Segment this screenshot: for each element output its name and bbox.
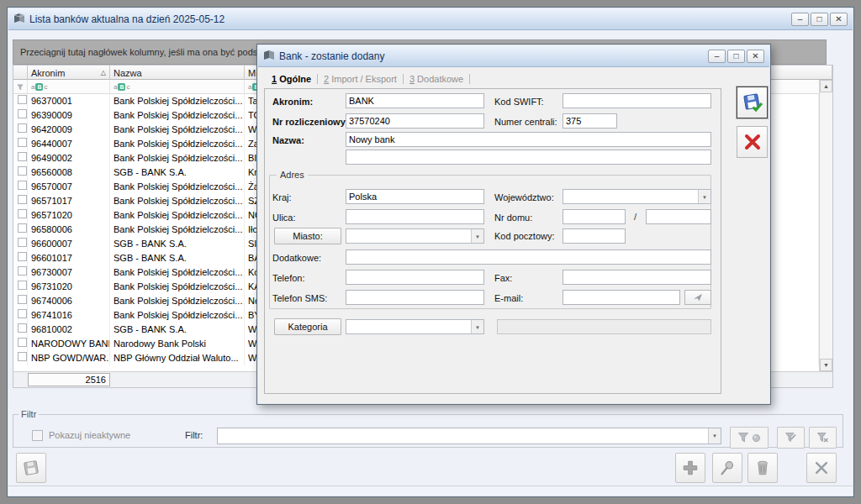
maximize-button[interactable]: □ — [811, 13, 828, 26]
cell-nazwa: SGB - BANK S.A. — [110, 323, 245, 337]
row-checkbox[interactable] — [18, 323, 27, 333]
delete-button[interactable] — [747, 453, 778, 483]
kod-pocztowy-input[interactable] — [563, 228, 626, 244]
row-checkbox[interactable] — [18, 295, 27, 304]
tab-dodatkowe[interactable]: 3 Dodatkowe — [404, 74, 470, 84]
row-checkbox[interactable] — [18, 181, 27, 190]
header-select-column[interactable] — [13, 66, 28, 80]
filter-input-label: Filtr: — [185, 430, 203, 440]
fax-input[interactable] — [563, 270, 711, 285]
row-select-cell[interactable] — [13, 180, 28, 194]
row-select-cell[interactable] — [13, 208, 28, 223]
dropdown-arrow-icon[interactable]: ▼ — [708, 428, 721, 444]
row-select-cell[interactable] — [13, 308, 28, 323]
row-checkbox[interactable] — [18, 309, 27, 318]
email-input[interactable] — [563, 290, 680, 305]
row-select-cell[interactable] — [13, 223, 28, 237]
filter-nazwa[interactable]: aBc — [110, 80, 245, 94]
row-count: 2516 — [28, 373, 110, 386]
dialog-maximize-button[interactable]: □ — [727, 50, 745, 63]
save-button[interactable] — [737, 87, 768, 118]
nazwa-input[interactable] — [346, 132, 711, 147]
row-select-cell[interactable] — [13, 94, 28, 108]
row-checkbox[interactable] — [18, 138, 27, 147]
row-select-cell[interactable] — [13, 123, 28, 137]
row-select-cell[interactable] — [13, 337, 28, 351]
akronim-input[interactable] — [346, 93, 484, 108]
row-select-cell[interactable] — [13, 280, 28, 294]
edit-filter-button[interactable] — [777, 427, 805, 449]
row-checkbox[interactable] — [18, 123, 27, 133]
row-select-cell[interactable] — [13, 237, 28, 251]
dropdown-arrow-icon[interactable]: ▼ — [471, 320, 483, 333]
close-button[interactable]: ✕ — [830, 13, 848, 26]
dialog-minimize-button[interactable]: – — [708, 50, 726, 63]
row-select-cell[interactable] — [13, 165, 28, 180]
cancel-button[interactable] — [737, 126, 768, 158]
dialog-close-button[interactable]: ✕ — [747, 50, 764, 63]
show-inactive-checkbox[interactable] — [32, 430, 43, 441]
numer-centrali-input[interactable] — [563, 113, 617, 129]
row-select-cell[interactable] — [13, 351, 28, 365]
kategoria-button[interactable]: Kategoria — [274, 318, 341, 335]
row-checkbox[interactable] — [18, 338, 27, 347]
add-button[interactable] — [675, 453, 705, 483]
row-select-cell[interactable] — [13, 108, 28, 123]
save-list-button[interactable] — [16, 453, 46, 483]
miasto-combobox[interactable]: ▼ — [346, 228, 484, 244]
clear-filter-button[interactable] — [809, 427, 837, 449]
cell-akronim: 96810002 — [28, 323, 110, 337]
row-checkbox[interactable] — [18, 352, 27, 361]
header-nazwa[interactable]: Nazwa — [110, 66, 245, 80]
row-checkbox[interactable] — [18, 209, 27, 218]
apply-filter-button[interactable] — [730, 427, 769, 449]
row-select-cell[interactable] — [13, 323, 28, 337]
minimize-button[interactable]: – — [791, 13, 809, 26]
filter-combobox[interactable]: ▼ — [217, 428, 721, 444]
scroll-up-icon[interactable]: ▲ — [820, 80, 832, 92]
row-checkbox[interactable] — [18, 166, 27, 176]
vertical-scrollbar[interactable]: ▲ ▼ — [819, 80, 832, 371]
filter-akronim[interactable]: aBc — [28, 80, 110, 94]
wojewodztwo-combobox[interactable]: ▼ — [563, 189, 711, 204]
row-checkbox[interactable] — [18, 266, 27, 276]
dodatkowe-input[interactable] — [346, 249, 711, 265]
kategoria-combobox[interactable]: ▼ — [346, 319, 484, 334]
nr-rozliczeniowy-input[interactable] — [346, 113, 484, 129]
row-select-cell[interactable] — [13, 137, 28, 151]
nr-domu-input[interactable] — [563, 209, 626, 224]
row-select-cell[interactable] — [13, 251, 28, 265]
row-checkbox[interactable] — [18, 238, 27, 247]
send-email-button[interactable] — [684, 290, 711, 305]
tab-ogolne[interactable]: 1 Ogólne — [266, 74, 318, 84]
telefon-sms-input[interactable] — [346, 290, 484, 305]
magnifier-button[interactable] — [712, 453, 742, 483]
row-select-cell[interactable] — [13, 194, 28, 208]
row-checkbox[interactable] — [18, 281, 27, 290]
header-akronim[interactable]: Akronim △ — [28, 66, 110, 80]
nr-lokalu-input[interactable] — [646, 209, 711, 224]
tab-import-eksport[interactable]: 2 Import / Eksport — [318, 74, 404, 84]
scroll-down-icon[interactable]: ▼ — [820, 359, 832, 371]
kraj-label: Kraj: — [272, 192, 292, 202]
row-checkbox[interactable] — [18, 195, 27, 204]
telefon-input[interactable] — [346, 270, 484, 285]
dropdown-arrow-icon[interactable]: ▼ — [471, 229, 483, 243]
dropdown-arrow-icon[interactable]: ▼ — [698, 190, 710, 203]
row-select-cell[interactable] — [13, 151, 28, 165]
row-checkbox[interactable] — [18, 152, 27, 161]
kraj-input[interactable] — [346, 189, 484, 204]
row-checkbox[interactable] — [18, 223, 27, 233]
row-checkbox[interactable] — [18, 95, 27, 104]
kod-swift-input[interactable] — [563, 93, 711, 108]
close-list-button[interactable] — [806, 453, 837, 483]
row-checkbox[interactable] — [18, 252, 27, 261]
row-select-cell[interactable] — [13, 294, 28, 308]
ulica-input[interactable] — [346, 209, 484, 224]
nazwa-input-2[interactable] — [346, 150, 711, 165]
row-select-cell[interactable] — [13, 265, 28, 280]
miasto-button[interactable]: Miasto: — [274, 228, 341, 244]
nr-domu-label: Nr domu: — [494, 213, 532, 223]
row-checkbox[interactable] — [18, 109, 27, 118]
filter-funnel-icon[interactable] — [13, 80, 28, 94]
